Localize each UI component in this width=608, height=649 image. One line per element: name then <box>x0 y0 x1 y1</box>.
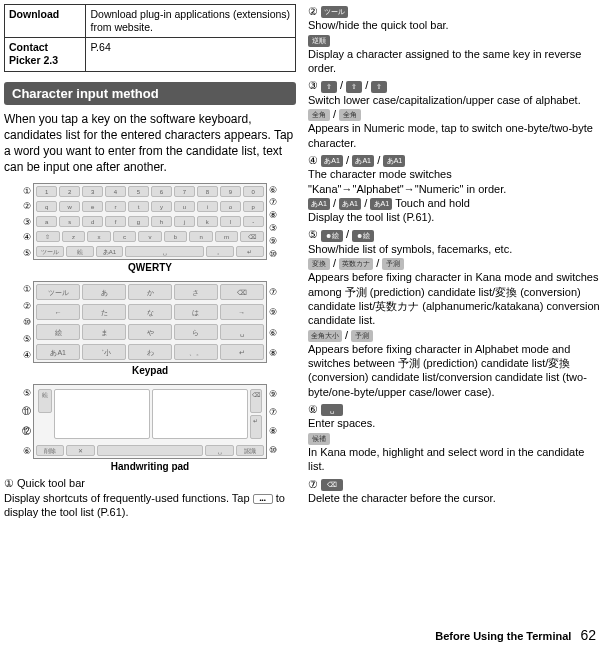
item-2: ② ツール Show/hide the quick tool bar. 逆順 D… <box>308 4 600 75</box>
item-3: ③ ⇧ / ⇧ / ⇧ Switch lower case/capitaliza… <box>308 78 600 149</box>
emoji-key: ☻絵 <box>352 230 374 242</box>
mode-key: あA1 <box>339 198 361 210</box>
candidate-key: 候補 <box>308 433 330 445</box>
section-heading: Character input method <box>4 82 296 105</box>
contact-picker-desc: P.64 <box>86 38 296 71</box>
item-4: ④ あA1 / あA1 / あA1 The character mode swi… <box>308 153 600 224</box>
contact-picker-label: Contact Picker 2.3 <box>5 38 86 71</box>
zenkaku-key: 全角 <box>339 109 361 121</box>
item-1: ① Quick tool bar Display shortcuts of fr… <box>4 476 296 519</box>
shift-icon: ⇧ <box>321 81 337 93</box>
item-5: ⑤ ☻絵 / ☻絵 Show/hide list of symbols, fac… <box>308 227 600 399</box>
handwriting-figure: ⑤⑪⑫⑥ 絵 ⌫↵ 削除✕␣認識 ⑨⑦⑧⑩ <box>4 384 296 459</box>
qwerty-figure: ①②③④⑤ 1234567890 qwertyuiop asdfghjkl- ⇧… <box>4 183 296 260</box>
left-column: Download Download plug-in applications (… <box>4 4 302 645</box>
shift-icon: ⇧ <box>346 81 362 93</box>
alnum-kana-key: 英数カナ <box>339 258 373 270</box>
mode-key: あA1 <box>321 155 343 167</box>
intro-paragraph: When you tap a key on the software keybo… <box>4 111 296 176</box>
emoji-key: ☻絵 <box>321 230 343 242</box>
page-number: 62 <box>580 627 596 643</box>
more-icon <box>253 494 273 504</box>
item-7: ⑦ ⌫ Delete the character before the curs… <box>308 477 600 506</box>
mode-key: あA1 <box>370 198 392 210</box>
zenkaku-key: 全角 <box>308 109 330 121</box>
case-key: 全角大小 <box>308 330 342 342</box>
mode-key: あA1 <box>308 198 330 210</box>
right-column: ② ツール Show/hide the quick tool bar. 逆順 D… <box>302 4 600 645</box>
qwerty-keyboard: 1234567890 qwertyuiop asdfghjkl- ⇧zxcvbn… <box>33 183 267 260</box>
tool-key: ツール <box>321 6 348 18</box>
keypad-figure: ①②⑩⑤④ ツールあかさ⌫ ←たなは→ 絵まやら␣ あA1゛小わ、。↵ ⑦⑨⑥⑧ <box>4 281 296 363</box>
qwerty-callouts-left: ①②③④⑤ <box>4 183 33 260</box>
mode-key: あA1 <box>383 155 405 167</box>
footer-title: Before Using the Terminal <box>435 630 571 642</box>
reverse-key: 逆順 <box>308 35 330 47</box>
qwerty-caption: QWERTY <box>4 262 296 273</box>
feature-table: Download Download plug-in applications (… <box>4 4 296 72</box>
predict-key: 予測 <box>382 258 404 270</box>
qwerty-callouts-right: ⑥⑦⑧③⑨⑩ <box>267 183 296 260</box>
item-6: ⑥ ␣ Enter spaces. 候補 In Kana mode, highl… <box>308 402 600 473</box>
shift-icon: ⇧ <box>371 81 387 93</box>
download-label: Download <box>5 5 86 38</box>
convert-key: 変換 <box>308 258 330 270</box>
mode-key: あA1 <box>352 155 374 167</box>
keypad-caption: Keypad <box>4 365 296 376</box>
predict-key: 予測 <box>351 330 373 342</box>
handwriting-caption: Handwriting pad <box>4 461 296 472</box>
space-key: ␣ <box>321 404 343 416</box>
backspace-key: ⌫ <box>321 479 343 491</box>
page-footer: Before Using the Terminal 62 <box>435 627 596 643</box>
download-desc: Download plug-in applications (extension… <box>86 5 296 38</box>
